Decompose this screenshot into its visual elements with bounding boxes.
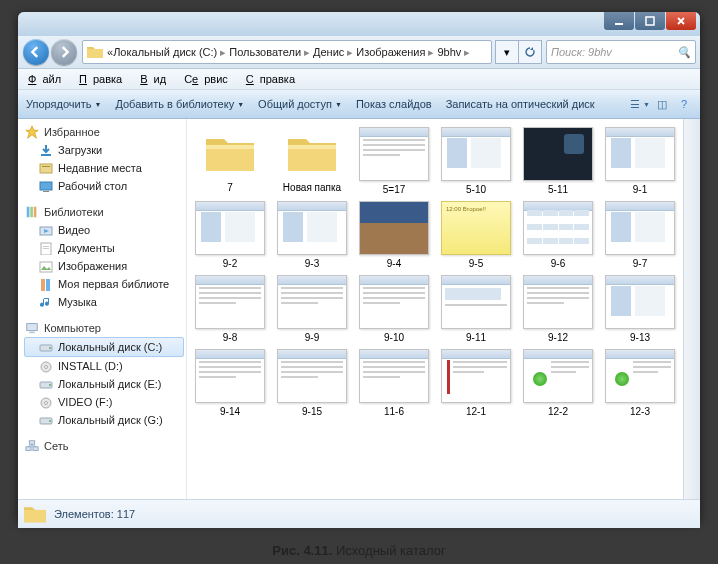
svg-rect-1 (646, 17, 654, 25)
status-item-count-label: Элементов: (54, 508, 114, 520)
file-name: 9-1 (633, 184, 647, 195)
sidebar-item[interactable]: Недавние места (24, 159, 184, 177)
svg-rect-8 (30, 207, 33, 218)
help-button[interactable]: ? (676, 96, 692, 112)
sidebar-item[interactable]: Документы (24, 239, 184, 257)
breadcrumb-segment[interactable]: Локальный диск (C:) (113, 46, 217, 58)
file-name: Новая папка (283, 182, 341, 193)
titlebar[interactable] (18, 12, 700, 36)
svg-rect-31 (29, 441, 34, 445)
thumbnail (359, 275, 429, 329)
file-item[interactable]: 9-1 (601, 127, 679, 195)
file-item[interactable]: 9-6 (519, 201, 597, 269)
thumbnail (605, 201, 675, 255)
sidebar-item[interactable]: Музыка (24, 293, 184, 311)
file-name: 9-10 (384, 332, 404, 343)
sidebar-item[interactable]: Локальный диск (G:) (24, 411, 184, 429)
file-item[interactable]: 12:00 Второе!!9-5 (437, 201, 515, 269)
file-item[interactable]: 9-12 (519, 275, 597, 343)
menu-edit[interactable]: Правка (79, 73, 128, 85)
toolbar-burn[interactable]: Записать на оптический диск (446, 98, 595, 110)
toolbar-share[interactable]: Общий доступ▼ (258, 98, 342, 110)
file-item[interactable]: 5-10 (437, 127, 515, 195)
preview-pane-button[interactable]: ◫ (654, 96, 670, 112)
file-name: 9-13 (630, 332, 650, 343)
breadcrumb-segment[interactable]: Изображения (356, 46, 425, 58)
file-item[interactable]: 9-11 (437, 275, 515, 343)
refresh-button[interactable] (518, 40, 542, 64)
svg-rect-7 (27, 207, 30, 218)
file-item[interactable]: Новая папка (273, 127, 351, 195)
file-item[interactable]: 5=17 (355, 127, 433, 195)
file-item[interactable]: 12-3 (601, 349, 679, 417)
file-item[interactable]: 9-2 (191, 201, 269, 269)
thumbnail (441, 127, 511, 181)
breadcrumb-segment[interactable]: 9bhv (437, 46, 461, 58)
close-button[interactable] (666, 12, 696, 30)
sidebar-item[interactable]: Изображения (24, 257, 184, 275)
sidebar-item[interactable]: INSTALL (D:) (24, 357, 184, 375)
thumbnail (523, 349, 593, 403)
file-item[interactable]: 9-10 (355, 275, 433, 343)
address-dropdown-button[interactable]: ▾ (495, 40, 519, 64)
breadcrumb-segment[interactable]: Пользователи (229, 46, 301, 58)
file-item[interactable]: 12-2 (519, 349, 597, 417)
vertical-scrollbar[interactable] (683, 119, 700, 499)
folder-icon (278, 127, 346, 179)
maximize-button[interactable] (635, 12, 665, 30)
file-name: 5=17 (383, 184, 406, 195)
file-list[interactable]: 7Новая папка5=175-105-119-19-29-39-412:0… (187, 119, 683, 499)
toolbar-slideshow[interactable]: Показ слайдов (356, 98, 432, 110)
file-item[interactable]: 9-8 (191, 275, 269, 343)
svg-rect-6 (43, 191, 49, 192)
file-item[interactable]: 5-11 (519, 127, 597, 195)
svg-rect-29 (26, 447, 31, 451)
file-item[interactable]: 9-7 (601, 201, 679, 269)
svg-rect-30 (33, 447, 38, 451)
sidebar-item[interactable]: Моя первая библиоте (24, 275, 184, 293)
thumbnail (277, 349, 347, 403)
file-item[interactable]: 9-15 (273, 349, 351, 417)
address-bar[interactable]: « Локальный диск (C:)▸Пользователи▸Денис… (82, 40, 492, 64)
minimize-button[interactable] (604, 12, 634, 30)
svg-rect-18 (29, 332, 34, 334)
sidebar-item[interactable]: Видео (24, 221, 184, 239)
file-item[interactable]: 7 (191, 127, 269, 195)
menu-view[interactable]: Вид (140, 73, 172, 85)
view-mode-button[interactable]: ☰▼ (632, 96, 648, 112)
thumbnail (277, 275, 347, 329)
file-item[interactable]: 12-1 (437, 349, 515, 417)
toolbar-add-library[interactable]: Добавить в библиотеку▼ (115, 98, 244, 110)
file-item[interactable]: 11-6 (355, 349, 433, 417)
sidebar-network-header[interactable]: Сеть (24, 439, 184, 453)
sidebar-item[interactable]: VIDEO (F:) (24, 393, 184, 411)
sidebar-libraries-header[interactable]: Библиотеки (24, 205, 184, 219)
sidebar-item[interactable]: Загрузки (24, 141, 184, 159)
file-item[interactable]: 9-9 (273, 275, 351, 343)
file-item[interactable]: 9-4 (355, 201, 433, 269)
svg-rect-2 (41, 154, 51, 156)
file-name: 5-10 (466, 184, 486, 195)
forward-button[interactable] (51, 39, 77, 65)
sidebar-item-label: INSTALL (D:) (58, 360, 123, 372)
menu-service[interactable]: Сервис (184, 73, 234, 85)
sidebar-item[interactable]: Рабочий стол (24, 177, 184, 195)
disk-icon (38, 413, 54, 427)
menu-file[interactable]: Файл (28, 73, 67, 85)
sidebar-favorites-header[interactable]: Избранное (24, 125, 184, 139)
sidebar-item[interactable]: Локальный диск (C:) (24, 337, 184, 357)
breadcrumb-segment[interactable]: Денис (313, 46, 344, 58)
sidebar-item-label: Локальный диск (E:) (58, 378, 162, 390)
file-item[interactable]: 9-13 (601, 275, 679, 343)
svg-rect-15 (41, 279, 45, 291)
search-input[interactable]: Поиск: 9bhv 🔍 (546, 40, 696, 64)
sidebar-item[interactable]: Локальный диск (E:) (24, 375, 184, 393)
status-item-count: 117 (117, 508, 135, 520)
menu-help[interactable]: Справка (246, 73, 301, 85)
toolbar-organize[interactable]: Упорядочить▼ (26, 98, 101, 110)
back-button[interactable] (23, 39, 49, 65)
thumbnail (277, 201, 347, 255)
file-item[interactable]: 9-14 (191, 349, 269, 417)
sidebar-computer-header[interactable]: Компьютер (24, 321, 184, 335)
file-item[interactable]: 9-3 (273, 201, 351, 269)
